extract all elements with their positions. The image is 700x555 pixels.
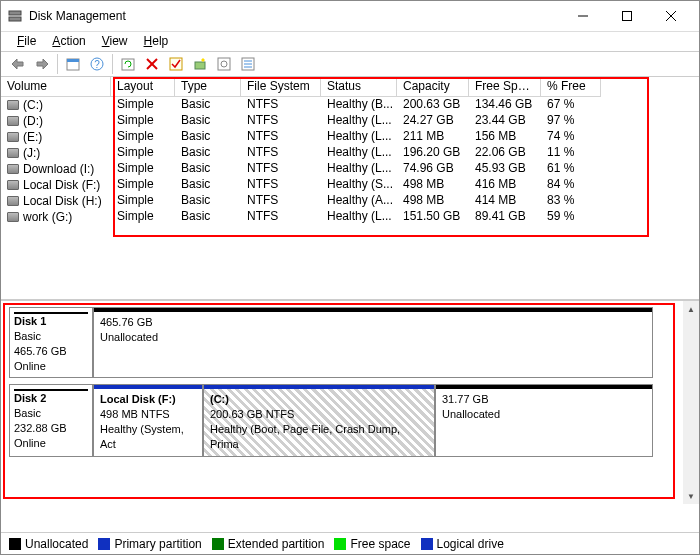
col-free[interactable]: Free Spa... [469,77,541,97]
vol-type: Basic [175,161,241,177]
disk-label: Disk 2 [14,392,46,404]
col-layout[interactable]: Layout [111,77,175,97]
maximize-button[interactable] [605,1,649,31]
vol-name: work (G:) [23,210,72,224]
vol-name: (D:) [23,114,43,128]
table-row[interactable]: (C:)SimpleBasicNTFSHealthy (B...200.63 G… [1,97,699,113]
scroll-up-icon[interactable]: ▲ [683,301,699,317]
table-row[interactable]: work (G:)SimpleBasicNTFSHealthy (L...151… [1,209,699,225]
table-row[interactable]: Local Disk (H:)SimpleBasicNTFSHealthy (A… [1,193,699,209]
close-button[interactable] [649,1,693,31]
minimize-button[interactable] [561,1,605,31]
table-row[interactable]: (D:)SimpleBasicNTFSHealthy (L...24.27 GB… [1,113,699,129]
disk-type: Basic [14,330,41,342]
vol-pct: 84 % [541,177,601,193]
vol-name: (J:) [23,146,40,160]
menu-action[interactable]: Action [44,32,93,51]
drive-icon [7,132,19,142]
vol-type: Basic [175,193,241,209]
scrollbar[interactable] [683,301,699,504]
col-capacity[interactable]: Capacity [397,77,469,97]
drive-icon [7,180,19,190]
menu-help[interactable]: Help [136,32,177,51]
vol-type: Basic [175,209,241,225]
vol-layout: Simple [111,113,175,129]
svg-rect-0 [9,11,21,15]
new-disk-icon[interactable] [189,53,211,75]
vol-free: 416 MB [469,177,541,193]
table-row[interactable]: (J:)SimpleBasicNTFSHealthy (L...196.20 G… [1,145,699,161]
drive-icon [7,196,19,206]
vol-fs: NTFS [241,209,321,225]
table-row[interactable]: Local Disk (F:)SimpleBasicNTFSHealthy (S… [1,177,699,193]
table-row[interactable]: (E:)SimpleBasicNTFSHealthy (L...211 MB15… [1,129,699,145]
app-icon [7,8,23,24]
menu-view[interactable]: View [94,32,136,51]
vol-type: Basic [175,113,241,129]
svg-rect-3 [623,12,632,21]
vol-name: Local Disk (F:) [23,178,100,192]
vol-fs: NTFS [241,177,321,193]
col-fs[interactable]: File System [241,77,321,97]
forward-button[interactable] [31,53,53,75]
vol-type: Basic [175,177,241,193]
back-button[interactable] [7,53,29,75]
disk-graphic-pane: ▲ ▼ Disk 1Basic465.76 GBOnline465.76 GBU… [1,301,699,504]
disk-info[interactable]: Disk 2Basic232.88 GBOnline [9,384,93,456]
col-pctfree[interactable]: % Free [541,77,601,97]
drive-icon [7,100,19,110]
menu-file[interactable]: File [9,32,44,51]
vol-type: Basic [175,145,241,161]
menubar: File Action View Help [1,31,699,51]
vol-status: Healthy (A... [321,193,397,209]
vol-layout: Simple [111,177,175,193]
vol-free: 156 MB [469,129,541,145]
col-type[interactable]: Type [175,77,241,97]
partition[interactable]: 465.76 GBUnallocated [93,307,653,378]
disk-state: Online [14,437,46,449]
refresh-icon[interactable] [117,53,139,75]
help-icon[interactable]: ? [86,53,108,75]
legend-primary: Primary partition [114,537,201,551]
vol-pct: 83 % [541,193,601,209]
partition[interactable]: (C:)200.63 GB NTFSHealthy (Boot, Page Fi… [203,384,435,456]
window-title: Disk Management [29,9,561,23]
col-volume[interactable]: Volume [1,77,111,97]
settings-icon[interactable] [213,53,235,75]
check-icon[interactable] [165,53,187,75]
svg-rect-13 [170,58,182,70]
vol-name: Download (I:) [23,162,94,176]
calendar-icon[interactable] [62,53,84,75]
list-icon[interactable] [237,53,259,75]
disk-cap: 232.88 GB [14,422,67,434]
col-status[interactable]: Status [321,77,397,97]
vol-status: Healthy (S... [321,177,397,193]
vol-free: 414 MB [469,193,541,209]
vol-free: 23.44 GB [469,113,541,129]
vol-pct: 97 % [541,113,601,129]
scroll-down-icon[interactable]: ▼ [683,488,699,504]
disk-label: Disk 1 [14,315,46,327]
disk-row: Disk 2Basic232.88 GBOnlineLocal Disk (F:… [9,384,699,456]
titlebar: Disk Management [1,1,699,31]
svg-rect-7 [67,59,79,62]
legend-logical: Logical drive [437,537,504,551]
vol-status: Healthy (B... [321,97,397,113]
vol-free: 89.41 GB [469,209,541,225]
disk-map: 465.76 GBUnallocated [93,307,679,378]
partition[interactable]: 31.77 GBUnallocated [435,384,653,456]
table-row[interactable]: Download (I:)SimpleBasicNTFSHealthy (L..… [1,161,699,177]
delete-icon[interactable] [141,53,163,75]
vol-cap: 200.63 GB [397,97,469,113]
vol-layout: Simple [111,161,175,177]
disk-info[interactable]: Disk 1Basic465.76 GBOnline [9,307,93,378]
vol-status: Healthy (L... [321,113,397,129]
vol-pct: 67 % [541,97,601,113]
partition[interactable]: Local Disk (F:)498 MB NTFSHealthy (Syste… [93,384,203,456]
vol-pct: 59 % [541,209,601,225]
part-line2: Healthy (System, Act [100,423,184,450]
vol-free: 134.46 GB [469,97,541,113]
vol-status: Healthy (L... [321,145,397,161]
vol-layout: Simple [111,97,175,113]
drive-icon [7,212,19,222]
